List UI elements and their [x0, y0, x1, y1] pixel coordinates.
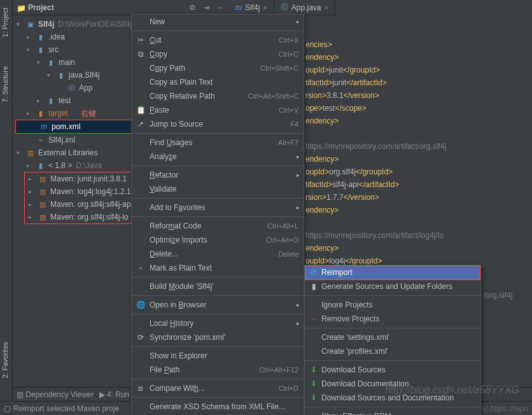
maven-submenu: ⟳Reimport ▮Generate Sources and Update F…: [304, 265, 481, 415]
chevron-right-icon: ▸: [297, 172, 300, 178]
tree-label: Maven: junit:junit:3.8.1: [50, 174, 127, 183]
submenu-show-pom[interactable]: Show Effective POM: [305, 409, 480, 415]
package-icon: ▮: [56, 70, 66, 80]
file-icon: ▫: [36, 135, 46, 145]
annotation-text: 右键: [81, 108, 96, 119]
submenu-create-profiles[interactable]: Create 'profiles.xml': [305, 344, 480, 358]
tree-label: App: [79, 83, 92, 92]
browser-icon: 🌐: [136, 300, 146, 309]
editor-tab-app[interactable]: ⓒ App.java ×: [274, 0, 335, 15]
class-icon: ⓒ: [281, 2, 288, 13]
menu-open-browser[interactable]: 🌐Open in Browser▸: [132, 298, 304, 312]
tree-maven-4[interactable]: ▸ ▥ Maven: org.slf4j:slf4j-lo: [25, 211, 146, 223]
chevron-right-icon: ▸: [27, 34, 33, 40]
menu-file-path[interactable]: File PathCtrl+Alt+F12: [132, 363, 304, 377]
compare-icon: ⧈: [136, 384, 146, 393]
tree-label: java.Slf4j: [69, 71, 100, 80]
menu-copy-path[interactable]: Copy PathCtrl+Shift+C: [132, 61, 304, 75]
jdk-icon: ▮: [36, 160, 46, 171]
run-button[interactable]: ▶ 4: Run: [99, 390, 130, 399]
sidebar-tabs: 1: Project 7: Structure 2: Favorites: [0, 0, 13, 415]
menu-copy[interactable]: ⧉CopyCtrl+C: [132, 47, 304, 61]
chevron-right-icon: ▸: [297, 302, 300, 308]
library-icon: ▥: [38, 212, 48, 222]
chevron-right-icon: ▸: [29, 176, 35, 182]
context-menu: New▸ ✂CutCtrl+X ⧉CopyCtrl+C Copy PathCtr…: [131, 14, 304, 415]
submenu-dl-doc[interactable]: ⬇Download Documentation: [305, 377, 480, 391]
menu-optimize[interactable]: Optimize ImportsCtrl+Alt+O: [132, 233, 304, 247]
dependency-viewer-button[interactable]: ▥ Dependency Viewer: [17, 390, 94, 399]
chevron-right-icon: ▸: [29, 201, 35, 208]
menu-new[interactable]: New▸: [132, 15, 304, 29]
status-text: Reimport selected Maven proje: [13, 404, 119, 413]
menu-refactor[interactable]: Refactor▸: [132, 168, 304, 182]
chevron-down-icon: ▾: [37, 59, 43, 66]
download-icon: ⬇: [309, 393, 319, 402]
tree-maven-1[interactable]: ▸ ▥ Maven: junit:junit:3.8.1: [25, 172, 146, 185]
submenu-dl-src-doc[interactable]: ⬇Download Sources and Documentation: [305, 391, 480, 405]
submenu-remove[interactable]: −Remove Projects: [305, 312, 480, 326]
menu-mark-plain[interactable]: ▫Mark as Plain Text: [132, 261, 304, 275]
menu-show-explorer[interactable]: Show in Explorer: [132, 349, 304, 363]
folder-icon: ▮: [36, 45, 46, 55]
chevron-down-icon: ▾: [17, 150, 23, 156]
tree-label: test: [59, 96, 71, 105]
folder-icon: ▮: [46, 95, 56, 106]
menu-cut[interactable]: ✂CutCtrl+X: [132, 33, 304, 47]
menu-copy-plain[interactable]: Copy as Plain Text: [132, 75, 304, 89]
editor-tab-slf4j[interactable]: m Slf4j ×: [229, 0, 274, 15]
tree-label: src: [48, 45, 59, 54]
tab-label: App.java: [291, 3, 321, 12]
menu-validate[interactable]: Validate: [132, 182, 304, 196]
class-icon: ⓒ: [66, 83, 76, 93]
library-icon: ▥: [25, 148, 36, 158]
editor-tabs: m Slf4j × ⓒ App.java ×: [229, 0, 335, 15]
menu-delete[interactable]: Delete...Delete: [132, 247, 304, 261]
submenu-create-settings[interactable]: Create 'settings.xml': [305, 330, 480, 344]
menu-compare[interactable]: ⧈Compare With...Ctrl+D: [132, 381, 304, 395]
menu-synchronize[interactable]: ⟳Synchronize 'pom.xml': [132, 330, 304, 344]
close-icon[interactable]: ×: [263, 4, 267, 11]
tree-maven-3[interactable]: ▸ ▥ Maven: org.slf4j:slf4j-ap: [25, 198, 146, 211]
library-icon: ▥: [38, 199, 48, 209]
menu-paste[interactable]: 📋PasteCtrl+V: [132, 103, 304, 117]
sync-icon: ⟳: [136, 333, 146, 342]
tree-label: main: [59, 58, 75, 67]
tab-structure[interactable]: 7: Structure: [0, 61, 10, 108]
chevron-right-icon: ▸: [297, 204, 300, 211]
submenu-gen-sources[interactable]: ▮Generate Sources and Update Folders: [305, 279, 480, 293]
tree-path: D:\Java: [76, 161, 102, 170]
menu-add-favorites[interactable]: Add to Favorites▸: [132, 200, 304, 215]
status-icon: ▢: [4, 404, 11, 413]
menu-analyze[interactable]: Analyze▸: [132, 150, 304, 164]
menu-build-module[interactable]: Build Module 'Slf4j': [132, 279, 304, 293]
chevron-right-icon: ▸: [297, 320, 300, 327]
panel-title: Project: [28, 3, 54, 12]
menu-local-history[interactable]: Local History▸: [132, 316, 304, 330]
submenu-reimport[interactable]: ⟳Reimport: [305, 265, 480, 279]
chevron-right-icon: ▸: [297, 18, 300, 25]
menu-copy-relative[interactable]: Copy Relative PathCtrl+Alt+Shift+C: [132, 89, 304, 103]
submenu-dl-sources[interactable]: ⬇Download Sources: [305, 363, 480, 377]
submenu-ignore[interactable]: Ignore Projects: [305, 298, 480, 312]
collapse-icon[interactable]: ⇥: [201, 3, 211, 13]
tree-pom[interactable]: m pom.xml: [16, 120, 133, 133]
tab-favorites[interactable]: 2: Favorites: [0, 337, 10, 383]
menu-gen-xsd[interactable]: Generate XSD Schema from XML File...: [132, 400, 304, 414]
gear-icon[interactable]: ⚙: [187, 3, 197, 13]
menu-reformat[interactable]: Reformat CodeCtrl+Alt+L: [132, 219, 304, 233]
folder-icon: ▮: [309, 282, 319, 291]
maven-icon: m: [39, 122, 49, 132]
tab-project[interactable]: 1: Project: [0, 3, 10, 42]
chevron-down-icon: ▾: [17, 21, 23, 27]
panel-header: 📁 Project ⚙ ⇥ −: [13, 0, 229, 15]
tree-maven-2[interactable]: ▸ ▥ Maven: log4j:log4j:1.2.1: [25, 185, 146, 198]
menu-find-usages[interactable]: Find UsagesAlt+F7: [132, 136, 304, 150]
menu-jump[interactable]: ↗Jump to SourceF4: [132, 117, 304, 131]
tree-label: Maven: log4j:log4j:1.2.1: [50, 187, 131, 196]
remove-icon: −: [309, 314, 319, 323]
tree-label: External Libraries: [38, 148, 97, 157]
hide-icon[interactable]: −: [215, 3, 225, 13]
chevron-right-icon: ▸: [27, 110, 33, 116]
close-icon[interactable]: ×: [324, 4, 328, 11]
